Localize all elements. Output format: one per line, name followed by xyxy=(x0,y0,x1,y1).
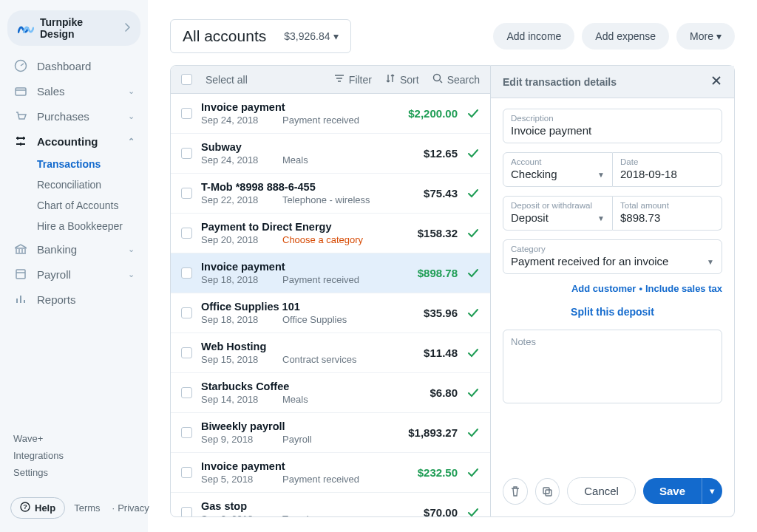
filter-button[interactable]: Filter xyxy=(334,73,372,86)
row-checkbox[interactable] xyxy=(181,228,192,239)
row-checkbox[interactable] xyxy=(181,507,192,516)
row-category: Payment received xyxy=(282,115,382,126)
row-date: Sep 15, 2018 xyxy=(201,354,282,365)
topbar: All accounts $3,926.84 ▾ Add income Add … xyxy=(148,0,757,65)
footer-privacy[interactable]: Privacy xyxy=(109,502,149,514)
row-amount: $70.00 xyxy=(391,506,458,516)
trash-icon xyxy=(509,485,521,497)
nav-accounting[interactable]: Accounting ⌃ xyxy=(0,129,148,154)
svg-text:?: ? xyxy=(23,503,27,511)
transaction-row[interactable]: Web HostingSep 15, 2018Contract services… xyxy=(171,333,490,373)
transaction-row[interactable]: Starbucks CoffeeSep 14, 2018Meals$6.80 xyxy=(171,373,490,413)
row-checkbox[interactable] xyxy=(181,467,192,478)
transaction-row[interactable]: Invoice paymentSep 24, 2018Payment recei… xyxy=(171,94,490,134)
svg-rect-1 xyxy=(16,88,26,95)
nav-banking[interactable]: Banking ⌄ xyxy=(0,236,148,262)
cancel-button[interactable]: Cancel xyxy=(567,477,636,505)
field-label: Total amount xyxy=(620,201,714,210)
nav-payroll[interactable]: Payroll ⌄ xyxy=(0,262,148,287)
row-title: Gas stop xyxy=(201,500,382,512)
save-button[interactable]: Save xyxy=(643,478,702,504)
sort-icon xyxy=(385,73,396,86)
row-category: Payroll xyxy=(282,434,382,445)
notes-field[interactable]: Notes xyxy=(503,330,722,403)
transaction-row[interactable]: Invoice paymentSep 18, 2018Payment recei… xyxy=(171,253,490,293)
nav-chart-of-accounts[interactable]: Chart of Accounts xyxy=(37,195,148,216)
row-info: Invoice paymentSep 18, 2018Payment recei… xyxy=(201,261,382,285)
split-deposit-link[interactable]: Split this deposit xyxy=(503,303,722,321)
more-button[interactable]: More ▾ xyxy=(676,23,735,50)
row-checkbox[interactable] xyxy=(181,307,192,318)
filter-icon xyxy=(334,73,344,86)
account-field[interactable]: Account Checking ▼ xyxy=(503,152,613,187)
nav-sales[interactable]: Sales ⌄ xyxy=(0,78,148,103)
transaction-row[interactable]: Payment to Direct EnergySep 20, 2018Choo… xyxy=(171,214,490,253)
add-income-button[interactable]: Add income xyxy=(493,23,574,50)
date-field[interactable]: Date 2018-09-18 xyxy=(613,152,722,187)
description-field[interactable]: Description Invoice payment xyxy=(503,109,722,143)
help-button[interactable]: ? Help xyxy=(10,497,65,519)
content: Select all Filter Sort Search Invoice pa… xyxy=(148,65,757,532)
account-title: All accounts xyxy=(183,27,266,45)
nav-settings[interactable]: Settings xyxy=(13,464,135,481)
footer-terms[interactable]: Terms xyxy=(74,502,100,514)
row-checkbox[interactable] xyxy=(181,267,192,279)
nav-wave-plus[interactable]: Wave+ xyxy=(13,430,135,447)
save-dropdown-button[interactable]: ▾ xyxy=(702,478,722,504)
nav-transactions[interactable]: Transactions xyxy=(37,154,148,174)
add-customer-link[interactable]: Add customer xyxy=(571,283,636,294)
nav-reconciliation[interactable]: Reconciliation xyxy=(37,174,148,195)
check-icon xyxy=(466,307,480,320)
row-title: Invoice payment xyxy=(201,460,382,472)
row-date: Sep 5, 2018 xyxy=(201,474,282,485)
account-selector[interactable]: All accounts $3,926.84 ▾ xyxy=(170,19,351,53)
svg-rect-7 xyxy=(546,490,551,496)
close-button[interactable] xyxy=(710,75,722,89)
type-field[interactable]: Deposit or withdrawal Deposit ▼ xyxy=(503,196,613,231)
row-checkbox[interactable] xyxy=(181,188,192,199)
chevron-down-icon: ⌄ xyxy=(128,112,135,121)
include-tax-link[interactable]: Include sales tax xyxy=(645,283,722,294)
transaction-row[interactable]: Invoice paymentSep 5, 2018Payment receiv… xyxy=(171,453,490,493)
payroll-icon xyxy=(13,267,28,281)
select-all-checkbox[interactable] xyxy=(181,74,192,85)
nav-integrations[interactable]: Integrations xyxy=(13,447,135,464)
transaction-row[interactable]: Office Supplies 101Sep 18, 2018Office Su… xyxy=(171,293,490,333)
transaction-row[interactable]: T-Mob *8998 888-6-455Sep 22, 2018Telepho… xyxy=(171,174,490,214)
copy-icon xyxy=(541,485,553,497)
field-value: Checking xyxy=(511,168,605,180)
row-checkbox[interactable] xyxy=(181,148,192,159)
row-category: Payment received xyxy=(282,474,382,485)
check-icon xyxy=(466,107,480,120)
delete-button[interactable] xyxy=(503,478,528,505)
search-button[interactable]: Search xyxy=(432,73,480,86)
nav-purchases[interactable]: Purchases ⌄ xyxy=(0,103,148,129)
row-checkbox[interactable] xyxy=(181,347,192,358)
nav-dashboard[interactable]: Dashboard xyxy=(0,53,148,78)
row-checkbox[interactable] xyxy=(181,108,192,119)
transaction-row[interactable]: SubwaySep 24, 2018Meals$12.65 xyxy=(171,134,490,174)
caret-down-icon: ▼ xyxy=(597,214,605,222)
org-selector[interactable]: Turnpike Design xyxy=(7,10,140,46)
nav-reports[interactable]: Reports xyxy=(0,287,148,312)
row-title: Web Hosting xyxy=(201,341,382,352)
transactions-panel: Select all Filter Sort Search Invoice pa… xyxy=(170,65,491,517)
sort-button[interactable]: Sort xyxy=(385,73,419,86)
copy-button[interactable] xyxy=(535,478,560,505)
row-checkbox[interactable] xyxy=(181,387,192,398)
select-all-label[interactable]: Select all xyxy=(206,74,248,86)
check-icon xyxy=(466,466,480,480)
detail-footer: Cancel Save ▾ xyxy=(491,468,734,516)
detail-panel: Edit transaction details Description Inv… xyxy=(491,65,735,517)
nav-label: Reports xyxy=(37,293,76,306)
add-expense-button[interactable]: Add expense xyxy=(582,23,669,50)
transaction-row[interactable]: Gas stopSep 3, 2018Travel expense$70.00 xyxy=(171,493,490,516)
category-field[interactable]: Category Payment received for an invoice… xyxy=(503,239,722,274)
row-title: Office Supplies 101 xyxy=(201,301,382,313)
field-value: Payment received for an invoice xyxy=(511,255,714,267)
transaction-row[interactable]: Biweekly payrollSep 9, 2018Payroll$1,893… xyxy=(171,413,490,453)
check-icon xyxy=(466,386,480,400)
row-checkbox[interactable] xyxy=(181,427,192,438)
amount-field[interactable]: Total amount $898.73 xyxy=(613,196,722,231)
nav-hire-bookkeeper[interactable]: Hire a Bookkeeper xyxy=(37,216,148,236)
